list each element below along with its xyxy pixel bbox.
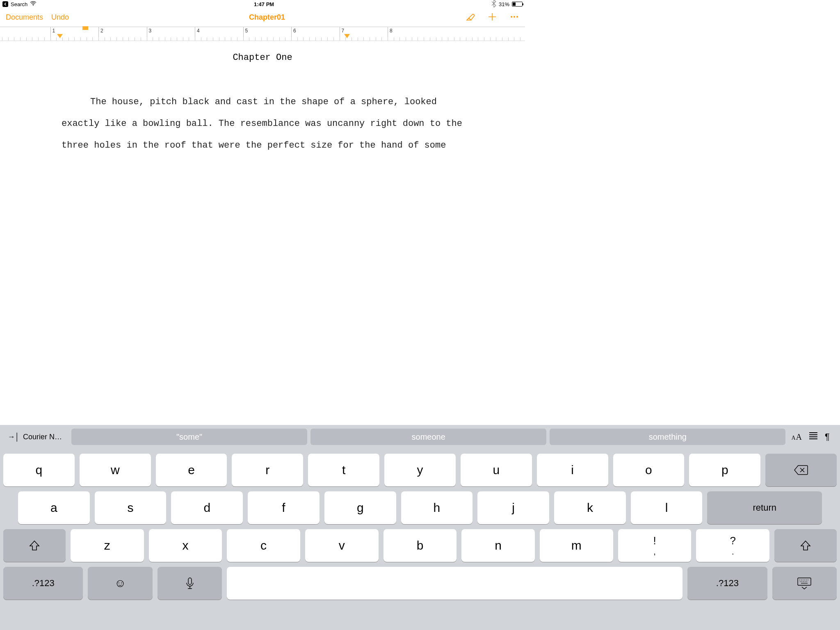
ruler-minor-tick: [406, 37, 406, 41]
ruler-minor-tick: [141, 37, 141, 41]
ruler-label: 2: [100, 28, 103, 34]
ruler-minor-tick: [418, 37, 418, 41]
ruler-minor-tick: [87, 37, 87, 41]
ruler-minor-tick: [327, 37, 328, 41]
ruler-label: 4: [197, 28, 200, 34]
ruler-minor-tick: [68, 37, 69, 41]
ruler-minor-tick: [363, 37, 364, 41]
ruler-minor-tick: [430, 37, 430, 41]
ruler-right-indent[interactable]: [344, 34, 350, 38]
ruler-minor-tick: [44, 37, 45, 41]
ruler-minor-tick: [297, 37, 298, 41]
ruler-minor-tick: [207, 37, 207, 41]
ruler-minor-tick: [231, 37, 231, 41]
ruler-minor-tick: [20, 37, 21, 41]
ruler-minor-tick: [116, 37, 117, 41]
ruler-minor-tick: [249, 37, 249, 41]
ruler-minor-tick: [315, 37, 316, 41]
ruler[interactable]: 12345678: [0, 27, 525, 41]
add-button[interactable]: [487, 12, 497, 23]
ruler-minor-tick: [74, 37, 75, 41]
ruler-minor-tick: [484, 37, 484, 41]
ruler-label: 3: [149, 28, 152, 34]
ruler-minor-tick: [237, 37, 237, 41]
ruler-minor-tick: [514, 37, 514, 41]
ruler-minor-tick: [358, 37, 358, 41]
ruler-minor-tick: [466, 37, 466, 41]
document-area[interactable]: Chapter One The house, pitch black and c…: [0, 41, 525, 156]
ruler-minor-tick: [508, 37, 509, 41]
ruler-label: 6: [293, 28, 296, 34]
ruler-minor-tick: [303, 37, 304, 41]
battery-percent: 31%: [499, 1, 509, 7]
ruler-minor-tick: [14, 37, 14, 41]
ruler-minor-tick: [201, 37, 201, 41]
ruler-minor-tick: [261, 37, 262, 41]
ruler-minor-tick: [80, 37, 81, 41]
ruler-tab-stop[interactable]: [82, 26, 88, 30]
ruler-minor-tick: [62, 37, 63, 41]
ruler-minor-tick: [26, 37, 27, 41]
ruler-minor-tick: [98, 37, 99, 41]
undo-button[interactable]: Undo: [51, 13, 69, 22]
ruler-minor-tick: [352, 37, 352, 41]
ruler-minor-tick: [448, 37, 448, 41]
ruler-minor-tick: [454, 37, 454, 41]
ruler-minor-tick: [110, 37, 111, 41]
ruler-minor-tick: [219, 37, 219, 41]
bluetooth-icon: [491, 0, 496, 9]
ruler-minor-tick: [243, 37, 244, 41]
ruler-minor-tick: [32, 37, 32, 41]
ruler-minor-tick: [394, 37, 394, 41]
body-text[interactable]: The house, pitch black and cast in the s…: [62, 97, 462, 151]
ruler-minor-tick: [123, 37, 123, 41]
ruler-minor-tick: [189, 37, 189, 41]
ruler-minor-tick: [309, 37, 310, 41]
ruler-minor-tick: [213, 37, 213, 41]
ruler-minor-tick: [195, 37, 195, 41]
back-to-search-label[interactable]: Search: [11, 1, 27, 7]
document-body[interactable]: The house, pitch black and cast in the s…: [62, 91, 463, 156]
battery-icon: [512, 2, 523, 7]
ruler-minor-tick: [135, 37, 135, 41]
ruler-minor-tick: [520, 37, 520, 41]
ruler-minor-tick: [436, 37, 436, 41]
documents-button[interactable]: Documents: [6, 13, 43, 22]
more-button[interactable]: [509, 12, 519, 23]
ruler-minor-tick: [159, 37, 159, 41]
ruler-minor-tick: [8, 37, 9, 41]
clock: 1:47 PM: [37, 1, 491, 7]
ruler-label: 7: [342, 28, 345, 34]
wifi-icon: [30, 1, 37, 7]
ruler-minor-tick: [273, 37, 274, 41]
ruler-minor-tick: [128, 37, 129, 41]
format-brush-icon[interactable]: [465, 12, 475, 23]
ruler-minor-tick: [412, 37, 412, 41]
ruler-minor-tick: [502, 37, 502, 41]
ruler-minor-tick: [147, 37, 147, 41]
chapter-heading[interactable]: Chapter One: [0, 52, 525, 63]
ruler-minor-tick: [183, 37, 183, 41]
app-toolbar: Documents Undo Chapter01: [0, 8, 525, 27]
ruler-minor-tick: [56, 37, 57, 41]
ruler-minor-tick: [478, 37, 478, 41]
ruler-label: 8: [390, 28, 393, 34]
document-title[interactable]: Chapter01: [69, 13, 465, 22]
back-chevron-icon[interactable]: [2, 1, 8, 7]
ruler-minor-tick: [424, 37, 424, 41]
svg-point-2: [514, 16, 515, 18]
ruler-minor-tick: [291, 37, 292, 41]
ruler-minor-tick: [285, 37, 285, 41]
ruler-minor-tick: [496, 37, 496, 41]
svg-point-3: [516, 16, 518, 18]
ruler-minor-tick: [225, 37, 225, 41]
ruler-minor-tick: [177, 37, 177, 41]
ruler-minor-tick: [399, 37, 400, 41]
ruler-minor-tick: [490, 37, 491, 41]
ruler-minor-tick: [442, 37, 442, 41]
ruler-minor-tick: [460, 37, 460, 41]
ruler-minor-tick: [165, 37, 165, 41]
ruler-minor-tick: [153, 37, 153, 41]
ruler-minor-tick: [279, 37, 280, 41]
ruler-minor-tick: [38, 37, 39, 41]
